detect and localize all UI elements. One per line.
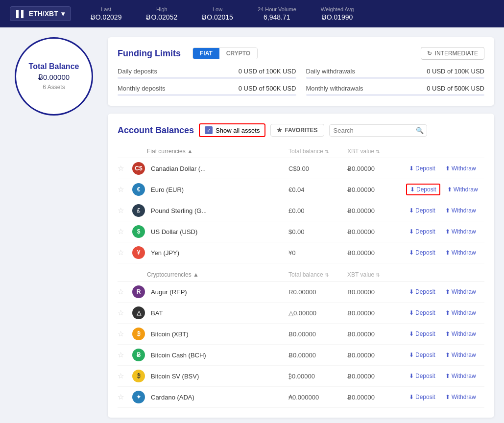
favorite-star[interactable]: ☆ <box>118 393 132 401</box>
total-balance: ₳0.000000 <box>288 394 347 401</box>
balance-title: Total Balance <box>29 62 79 71</box>
favorite-star[interactable]: ☆ <box>118 206 132 215</box>
favorite-star[interactable]: ☆ <box>118 227 132 236</box>
currency-name: Bitcoin Cash (BCH) <box>147 352 288 359</box>
withdraw-button[interactable]: ⬆ Withdraw <box>442 350 479 360</box>
withdraw-button[interactable]: ⬆ Withdraw <box>442 227 479 236</box>
action-buttons: ⬇ Deposit ⬆ Withdraw <box>406 206 484 215</box>
favorite-star[interactable]: ☆ <box>118 372 132 380</box>
search-input[interactable] <box>334 127 416 134</box>
currency-icon-jpy: ¥ <box>132 246 145 259</box>
xbt-value: Ƀ0.00000 <box>347 207 406 214</box>
favorites-button[interactable]: ★ FAVORITES <box>270 124 324 137</box>
currency-icon-ada: ✦ <box>132 391 145 403</box>
fiat-tab[interactable]: FIAT <box>193 48 219 59</box>
balance-amount: Ƀ0.00000 <box>38 73 70 82</box>
chart-icon: ▌▌ <box>16 10 26 18</box>
table-row: ☆ £ Pound Sterling (G... £0.00 Ƀ0.00000 … <box>118 200 484 221</box>
withdraw-button[interactable]: ⬆ Withdraw <box>442 206 479 215</box>
currency-name: US Dollar (USD) <box>147 228 288 235</box>
xbt-value: Ƀ0.00000 <box>347 186 406 193</box>
favorite-star[interactable]: ☆ <box>118 164 132 173</box>
withdraw-button[interactable]: ⬆ Withdraw <box>442 371 479 381</box>
funding-row-0: Daily deposits 0 USD of 100K USD <box>118 68 296 79</box>
deposit-button[interactable]: ⬇ Deposit <box>406 308 438 318</box>
crypto-tab[interactable]: CRYPTO <box>219 48 257 59</box>
funding-grid: Daily deposits 0 USD of 100K USD Daily w… <box>118 68 484 96</box>
show-all-assets-button[interactable]: ✓ Show all assets <box>199 123 265 137</box>
favorite-star[interactable]: ☆ <box>118 287 132 296</box>
total-balance: △0.00000 <box>288 309 347 317</box>
deposit-button[interactable]: ⬇ Deposit <box>406 206 438 215</box>
total-balance: R0.00000 <box>288 288 347 296</box>
stat-high: High ɃO.02052 <box>146 6 177 21</box>
deposit-button[interactable]: ⬇ Deposit <box>406 248 438 258</box>
xbt-value: Ƀ0.00000 <box>347 288 406 296</box>
currency-name: Bitcoin (XBT) <box>147 330 288 338</box>
funding-row-1: Daily withdrawals 0 USD of 100K USD <box>306 68 485 79</box>
table-row: ☆ ₿ Bitcoin (XBT) Ƀ0.00000 Ƀ0.00000 ⬇ De… <box>118 324 484 345</box>
deposit-button[interactable]: ⬇ Deposit <box>406 392 438 402</box>
action-buttons: ⬇ Deposit ⬆ Withdraw <box>406 248 484 258</box>
intermediate-button[interactable]: ↻ INTERMEDIATE <box>421 47 484 60</box>
deposit-button[interactable]: ⬇ Deposit <box>406 164 438 173</box>
right-panel: Funding Limits FIAT CRYPTO ↻ INTERMEDIAT… <box>108 37 494 423</box>
action-buttons: ⬇ Deposit ⬆ Withdraw <box>406 329 484 339</box>
favorite-star[interactable]: ☆ <box>118 185 132 194</box>
xbt-value: Ƀ0.00000 <box>347 394 406 401</box>
favorite-star[interactable]: ☆ <box>118 248 132 257</box>
balances-header: Account Balances ✓ Show all assets ★ FAV… <box>118 123 484 137</box>
deposit-button[interactable]: ⬇ Deposit <box>406 371 438 381</box>
search-icon: 🔍 <box>416 127 424 134</box>
withdraw-button[interactable]: ⬆ Withdraw <box>444 185 481 194</box>
table-row: ☆ R Augur (REP) R0.00000 Ƀ0.00000 ⬇ Depo… <box>118 282 484 303</box>
table-row: ☆ Ƀ Bitcoin Cash (BCH) Ƀ0.00000 Ƀ0.00000… <box>118 345 484 366</box>
xbt-value: Ƀ0.00000 <box>347 352 406 359</box>
deposit-button[interactable]: ⬇ Deposit <box>406 329 438 339</box>
left-panel: Total Balance Ƀ0.00000 6 Assets <box>10 37 98 423</box>
xbt-value: Ƀ0.00000 <box>347 309 406 317</box>
currency-icon-bch: Ƀ <box>132 349 145 361</box>
deposit-button[interactable]: ⬇ Deposit <box>406 350 438 360</box>
favorite-star[interactable]: ☆ <box>118 308 132 317</box>
withdraw-button[interactable]: ⬆ Withdraw <box>442 248 479 258</box>
balance-circle: Total Balance Ƀ0.00000 6 Assets <box>15 37 93 116</box>
star-icon: ★ <box>277 127 282 134</box>
currency-icon-gbp: £ <box>132 204 145 217</box>
favorite-star[interactable]: ☆ <box>118 351 132 359</box>
currency-name: Cardano (ADA) <box>147 394 288 401</box>
action-buttons: ⬇ Deposit ⬆ Withdraw <box>406 350 484 360</box>
action-buttons: ⬇ Deposit ⬆ Withdraw <box>406 287 484 297</box>
withdraw-button[interactable]: ⬆ Withdraw <box>442 164 479 173</box>
chevron-down-icon: ▾ <box>61 10 65 18</box>
funding-tab-group: FIAT CRYPTO <box>192 47 258 59</box>
currency-icon-rep: R <box>132 285 145 298</box>
withdraw-button[interactable]: ⬆ Withdraw <box>442 287 479 297</box>
withdraw-button[interactable]: ⬆ Withdraw <box>442 392 479 402</box>
xbt-value: Ƀ0.00000 <box>347 165 406 172</box>
currency-name: Yen (JPY) <box>147 249 288 257</box>
currency-name: Bitcoin SV (BSV) <box>147 373 288 380</box>
total-balance: £0.00 <box>288 207 347 214</box>
withdraw-button[interactable]: ⬆ Withdraw <box>442 308 479 318</box>
funding-limits-card: Funding Limits FIAT CRYPTO ↻ INTERMEDIAT… <box>108 37 494 106</box>
currency-icon-btc: ₿ <box>132 328 145 340</box>
withdraw-button[interactable]: ⬆ Withdraw <box>442 329 479 339</box>
funding-row-2: Monthly deposits 0 USD of 500K USD <box>118 85 296 96</box>
action-buttons: ⬇ Deposit ⬆ Withdraw <box>406 308 484 318</box>
total-balance: €0.04 <box>288 186 347 193</box>
action-buttons: ⬇ Deposit ⬆ Withdraw <box>406 164 484 173</box>
level-icon: ↻ <box>427 50 432 57</box>
balances-title: Account Balances <box>118 125 194 136</box>
table-row: ☆ ✦ Cardano (ADA) ₳0.000000 Ƀ0.00000 ⬇ D… <box>118 387 484 408</box>
search-box[interactable]: 🔍 <box>329 124 427 137</box>
favorite-star[interactable]: ☆ <box>118 329 132 338</box>
ticker-selector[interactable]: ▌▌ ETH/XBT ▾ <box>10 6 71 21</box>
deposit-button[interactable]: ⬇ Deposit <box>406 227 438 236</box>
deposit-button-highlighted[interactable]: ⬇ Deposit <box>406 184 440 195</box>
currency-icon-eur: € <box>132 183 145 196</box>
funding-title: Funding Limits <box>118 48 181 59</box>
total-balance: Ƀ0.00000 <box>288 330 347 338</box>
balance-assets: 6 Assets <box>43 84 65 91</box>
deposit-button[interactable]: ⬇ Deposit <box>406 287 438 297</box>
